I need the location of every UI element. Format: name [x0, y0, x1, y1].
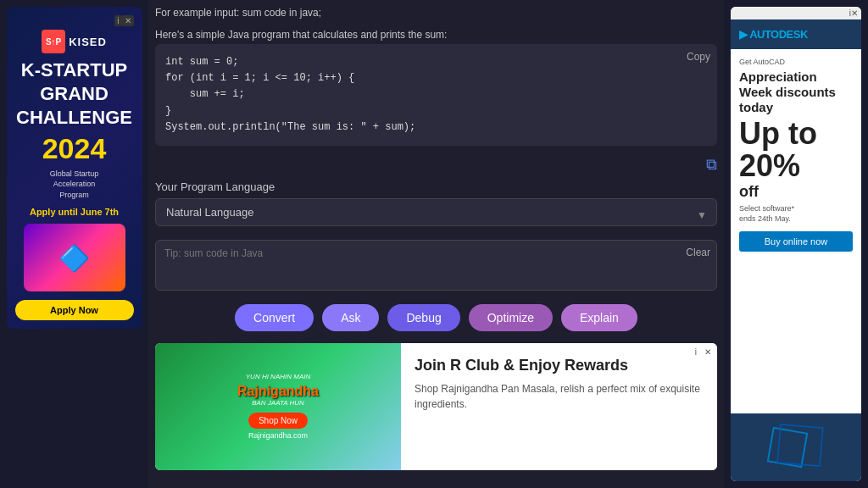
main-content: For example input: sum code in java; Her…: [148, 0, 724, 488]
ask-button[interactable]: Ask: [322, 304, 379, 331]
edit-icon-row: ⧉: [155, 156, 717, 174]
left-ad-close-icon[interactable]: ✕: [122, 15, 134, 26]
svg-rect-1: [777, 424, 823, 466]
textarea-wrapper: Clear: [155, 240, 717, 294]
buy-online-button[interactable]: Buy online now: [739, 231, 853, 252]
apply-button[interactable]: Apply Now: [15, 300, 134, 320]
optimize-button[interactable]: Optimize: [469, 304, 553, 331]
code-textarea[interactable]: [155, 240, 717, 291]
right-ad-main-title: Appreciation Week discounts today: [739, 69, 853, 115]
bottom-ad-close-icon[interactable]: ✕: [702, 347, 714, 358]
right-ad-upto: Up to: [739, 119, 853, 149]
right-ad-panel: i ✕ ▶ AUTODESK Get AutoCAD Appreciation …: [724, 0, 868, 488]
code-block: Copy int sum = 0; for (int i = 1; i <= 1…: [155, 44, 717, 146]
bottom-ad-subtitle: YUN HI NAHIN MAIN: [237, 373, 319, 380]
bottom-ad-subtitle2: BAN JAATA HUN: [237, 399, 319, 407]
edit-icon[interactable]: ⧉: [706, 156, 717, 174]
bottom-ad-image: YUN HI NAHIN MAIN Rajnigandha BAN JAATA …: [155, 343, 401, 470]
bottom-ad-content: Join R Club & Enjoy Rewards Shop Rajniga…: [401, 343, 717, 470]
right-ad-content: i ✕ ▶ AUTODESK Get AutoCAD Appreciation …: [731, 7, 861, 481]
debug-button[interactable]: Debug: [387, 304, 459, 331]
language-label: Your Program Language: [155, 180, 717, 193]
left-ad-content: i ✕ S↑P KISED K-STARTUP GRAND CHALLENGE …: [7, 7, 142, 329]
example-text-1: For example input: sum code in java;: [155, 0, 717, 22]
language-select[interactable]: Natural Language Python JavaScript C++ J…: [155, 198, 717, 226]
right-ad-header: ▶ AUTODESK: [731, 19, 861, 49]
explain-button[interactable]: Explain: [561, 304, 637, 331]
bottom-ad-url: Rajnigandha.com: [237, 431, 319, 440]
ad-title-line2: GRAND: [40, 84, 108, 104]
ad-graphic: 🔷: [24, 224, 125, 291]
right-ad-top-bar: i ✕: [731, 7, 861, 19]
example-text-2: Here's a simple Java program that calcul…: [155, 22, 717, 44]
right-ad-percent: 20%: [739, 151, 853, 181]
right-ad-graphic: [731, 413, 861, 481]
left-ad-top-bar: i ✕: [15, 15, 134, 26]
autocad-graphic: [762, 422, 830, 473]
bottom-ad-title: Join R Club & Enjoy Rewards: [415, 357, 704, 374]
left-ad-info-icon[interactable]: i: [114, 15, 121, 26]
action-buttons: Convert Ask Debug Optimize Explain: [155, 304, 717, 331]
svg-rect-0: [768, 428, 807, 467]
shop-now-button[interactable]: Shop Now: [248, 413, 308, 429]
ad-title-line3: CHALLENGE: [16, 108, 132, 128]
ad-deadline: Apply until June 7th: [30, 207, 119, 217]
language-select-wrapper: Natural Language Python JavaScript C++ J…: [155, 198, 717, 233]
right-ad-off: off: [739, 183, 853, 201]
bottom-ad-info-icon[interactable]: i: [693, 347, 699, 358]
right-ad-ends-text: ends 24th May.: [739, 214, 853, 223]
code-content: int sum = 0; for (int i = 1; i <= 10; i+…: [165, 54, 707, 136]
right-ad-close-icon[interactable]: ✕: [851, 8, 858, 18]
right-ad-body: Get AutoCAD Appreciation Week discounts …: [731, 49, 861, 413]
autodesk-logo: ▶ AUTODESK: [739, 28, 808, 41]
ad-year: 2024: [42, 132, 107, 165]
copy-button[interactable]: Copy: [687, 51, 710, 63]
bottom-ad-description: Shop Rajnigandha Pan Masala, relish a pe…: [415, 381, 704, 412]
convert-button[interactable]: Convert: [235, 304, 314, 331]
bottom-ad: i ✕ YUN HI NAHIN MAIN Rajnigandha BAN JA…: [155, 343, 717, 470]
right-ad-tag: Get AutoCAD: [739, 58, 853, 66]
ad-desc: Global Startup Acceleration Program: [50, 169, 99, 201]
clear-button[interactable]: Clear: [686, 247, 710, 258]
kised-logo-text: KISED: [69, 36, 107, 48]
kised-logo: S↑P KISED: [42, 30, 107, 53]
right-ad-select-text: Select software*: [739, 204, 853, 213]
kised-logo-icon: S↑P: [42, 30, 65, 53]
bottom-ad-brand: Rajnigandha: [237, 384, 319, 399]
ad-title-line1: K-STARTUP: [21, 60, 127, 80]
left-ad-panel: i ✕ S↑P KISED K-STARTUP GRAND CHALLENGE …: [0, 0, 148, 488]
